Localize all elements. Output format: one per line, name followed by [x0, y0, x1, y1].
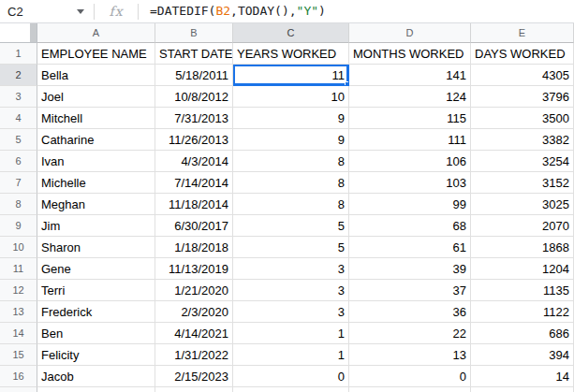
cell-B5[interactable]: 11/26/2013: [155, 129, 233, 151]
row-header-3[interactable]: 3: [0, 86, 37, 108]
cell-name-box[interactable]: C2: [0, 0, 94, 22]
cell-D6[interactable]: 106: [349, 151, 471, 172]
cell-A15[interactable]: Felicity: [37, 344, 155, 366]
cell-B7[interactable]: 7/14/2014: [155, 172, 233, 194]
cell-B4[interactable]: 7/31/2013: [155, 108, 233, 129]
row-header-12[interactable]: 12: [0, 280, 37, 301]
row-header-15[interactable]: 15: [0, 344, 37, 366]
cell-D11[interactable]: 39: [349, 258, 471, 280]
row-header-7[interactable]: 7: [0, 172, 37, 194]
row-header-6[interactable]: 6: [0, 151, 37, 172]
cell-E2[interactable]: 4305: [471, 65, 574, 86]
select-all-corner[interactable]: [0, 23, 37, 43]
cell-D8[interactable]: 99: [349, 194, 471, 215]
cell-B15[interactable]: 1/31/2022: [155, 344, 233, 366]
cell-A1[interactable]: EMPLOYEE NAME: [37, 43, 155, 65]
cell-E6[interactable]: 3254: [471, 151, 574, 172]
cell-D16[interactable]: 0: [349, 366, 471, 387]
row-header-10[interactable]: 10: [0, 237, 37, 258]
cell-B17[interactable]: [155, 387, 233, 392]
cell-D9[interactable]: 68: [349, 215, 471, 237]
cell-A14[interactable]: Ben: [37, 323, 155, 344]
row-header-14[interactable]: 14: [0, 323, 37, 344]
cell-C8[interactable]: 8: [233, 194, 349, 215]
cell-D14[interactable]: 22: [349, 323, 471, 344]
cell-A5[interactable]: Catharine: [37, 129, 155, 151]
row-header-4[interactable]: 4: [0, 108, 37, 129]
cell-C5[interactable]: 9: [233, 129, 349, 151]
chevron-down-icon[interactable]: [77, 9, 84, 14]
cell-E5[interactable]: 3382: [471, 129, 574, 151]
cell-A16[interactable]: Jacob: [37, 366, 155, 387]
cell-A4[interactable]: Mitchell: [37, 108, 155, 129]
row-header-9[interactable]: 9: [0, 215, 37, 237]
cell-B16[interactable]: 2/15/2023: [155, 366, 233, 387]
cell-A9[interactable]: Jim: [37, 215, 155, 237]
cell-E12[interactable]: 1135: [471, 280, 574, 301]
row-header-5[interactable]: 5: [0, 129, 37, 151]
cell-D12[interactable]: 37: [349, 280, 471, 301]
cell-D17[interactable]: [349, 387, 471, 392]
cell-E1[interactable]: DAYS WORKED: [471, 43, 574, 65]
cell-E3[interactable]: 3796: [471, 86, 574, 108]
row-header-16[interactable]: 16: [0, 366, 37, 387]
cell-B8[interactable]: 11/18/2014: [155, 194, 233, 215]
cell-B1[interactable]: START DATE: [155, 43, 233, 65]
cell-D4[interactable]: 115: [349, 108, 471, 129]
cell-C1[interactable]: YEARS WORKED: [233, 43, 349, 65]
cell-B10[interactable]: 1/18/2018: [155, 237, 233, 258]
cell-C15[interactable]: 1: [233, 344, 349, 366]
cell-D7[interactable]: 103: [349, 172, 471, 194]
row-header-1[interactable]: 1: [0, 43, 37, 65]
cell-D10[interactable]: 61: [349, 237, 471, 258]
cell-A6[interactable]: Ivan: [37, 151, 155, 172]
cell-C13[interactable]: 3: [233, 301, 349, 323]
cell-A7[interactable]: Michelle: [37, 172, 155, 194]
cell-E11[interactable]: 1204: [471, 258, 574, 280]
cell-A3[interactable]: Joel: [37, 86, 155, 108]
cell-D13[interactable]: 36: [349, 301, 471, 323]
cell-B12[interactable]: 1/21/2020: [155, 280, 233, 301]
cell-C4[interactable]: 9: [233, 108, 349, 129]
cell-E17[interactable]: [471, 387, 574, 392]
cell-D1[interactable]: MONTHS WORKED: [349, 43, 471, 65]
cell-C9[interactable]: 5: [233, 215, 349, 237]
cell-A13[interactable]: Frederick: [37, 301, 155, 323]
row-header-11[interactable]: 11: [0, 258, 37, 280]
column-header-E[interactable]: E: [471, 23, 574, 43]
cell-C12[interactable]: 3: [233, 280, 349, 301]
cell-B11[interactable]: 11/13/2019: [155, 258, 233, 280]
column-header-D[interactable]: D: [349, 23, 471, 43]
cell-E16[interactable]: 14: [471, 366, 574, 387]
cell-A8[interactable]: Meghan: [37, 194, 155, 215]
cell-C17[interactable]: [233, 387, 349, 392]
column-header-C[interactable]: C: [233, 23, 349, 43]
cell-C16[interactable]: 0: [233, 366, 349, 387]
cell-D3[interactable]: 124: [349, 86, 471, 108]
cell-D2[interactable]: 141: [349, 65, 471, 86]
row-header-13[interactable]: 13: [0, 301, 37, 323]
cell-E13[interactable]: 1122: [471, 301, 574, 323]
cell-B9[interactable]: 6/30/2017: [155, 215, 233, 237]
column-header-A[interactable]: A: [37, 23, 155, 43]
column-header-B[interactable]: B: [155, 23, 233, 43]
cell-C6[interactable]: 8: [233, 151, 349, 172]
cell-B2[interactable]: 5/18/2011: [155, 65, 233, 86]
row-header-2[interactable]: 2: [0, 65, 37, 86]
cell-E9[interactable]: 2070: [471, 215, 574, 237]
cell-B6[interactable]: 4/3/2014: [155, 151, 233, 172]
cell-E7[interactable]: 3152: [471, 172, 574, 194]
cell-B14[interactable]: 4/14/2021: [155, 323, 233, 344]
cell-E4[interactable]: 3500: [471, 108, 574, 129]
cell-C2[interactable]: 11: [233, 65, 349, 86]
cell-C11[interactable]: 3: [233, 258, 349, 280]
cell-A2[interactable]: Bella: [37, 65, 155, 86]
row-header-8[interactable]: 8: [0, 194, 37, 215]
cell-C3[interactable]: 10: [233, 86, 349, 108]
cell-A10[interactable]: Sharon: [37, 237, 155, 258]
row-header-17[interactable]: [0, 387, 37, 392]
cell-D5[interactable]: 111: [349, 129, 471, 151]
cell-E8[interactable]: 3025: [471, 194, 574, 215]
cell-A12[interactable]: Terri: [37, 280, 155, 301]
cell-B13[interactable]: 2/3/2020: [155, 301, 233, 323]
